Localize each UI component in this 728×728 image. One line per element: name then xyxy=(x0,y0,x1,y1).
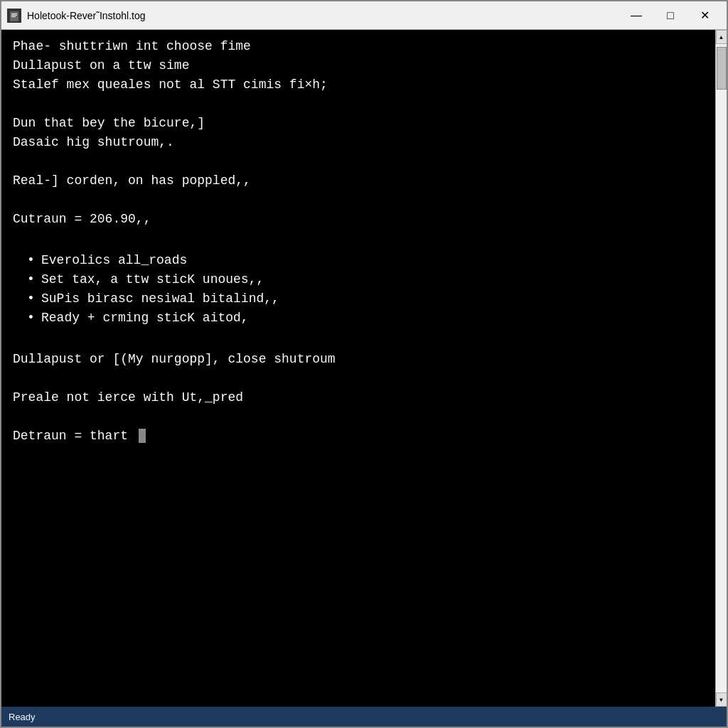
svg-rect-1 xyxy=(11,14,17,14)
text-line: Dullapust on a ttw sime xyxy=(13,56,704,75)
svg-rect-3 xyxy=(11,16,16,17)
list-item: SuPis birasc nesiwal bitalind,, xyxy=(27,289,704,309)
scroll-up-button[interactable]: ▲ xyxy=(716,30,727,44)
text-line: Cutraun = 206.90,, xyxy=(13,210,704,229)
status-text: Ready xyxy=(9,712,36,722)
text-line-cursor: Detraun = thart xyxy=(13,427,704,446)
window-title: Holetook-Rever˜Instohl.tog xyxy=(27,10,620,21)
empty-line xyxy=(13,191,704,210)
scroll-down-button[interactable]: ▼ xyxy=(716,692,727,707)
main-window: Holetook-Rever˜Instohl.tog — □ ✕ Phae- s… xyxy=(0,0,728,728)
scroll-thumb[interactable] xyxy=(717,47,727,90)
empty-line xyxy=(13,229,704,248)
editor-area[interactable]: Phae- shuttriwn int choose fimeDullapust… xyxy=(1,30,715,707)
minimize-button[interactable]: — xyxy=(620,5,653,26)
text-line: Dasaic hig shutroum,. xyxy=(13,133,704,152)
empty-line xyxy=(13,152,704,171)
empty-line xyxy=(13,407,704,427)
maximize-button[interactable]: □ xyxy=(654,5,687,26)
text-line: Dun that bey the bicure,] xyxy=(13,114,704,133)
text-line: Real-] corden, on has poppled,, xyxy=(13,171,704,191)
list-item: Set tax, a ttw sticK unoues,, xyxy=(27,270,704,289)
text-cursor xyxy=(139,429,146,443)
text-line: Phae- shuttriwn int choose fime xyxy=(13,37,704,56)
text-line: Dullapust or [(My nurgopp], close shutro… xyxy=(13,350,704,369)
app-icon xyxy=(7,9,21,23)
text-line: Stalef mex queales not al STT cimis fi×h… xyxy=(13,75,704,95)
status-bar: Ready xyxy=(1,707,727,727)
bullet-list: Everolics all_roadsSet tax, a ttw sticK … xyxy=(13,251,704,328)
title-bar: Holetook-Rever˜Instohl.tog — □ ✕ xyxy=(1,1,727,30)
list-item: Everolics all_roads xyxy=(27,251,704,270)
content-area: Phae- shuttriwn int choose fimeDullapust… xyxy=(1,30,727,707)
scroll-track xyxy=(716,44,727,692)
list-item: Ready + crming sticK aitod, xyxy=(27,309,704,328)
close-button[interactable]: ✕ xyxy=(688,5,721,26)
svg-rect-2 xyxy=(11,15,17,16)
window-controls: — □ ✕ xyxy=(620,5,721,26)
empty-line xyxy=(13,331,704,350)
empty-line xyxy=(13,369,704,388)
empty-line xyxy=(13,95,704,114)
text-line: Preale not ierce with Ut,_pred xyxy=(13,388,704,407)
scrollbar[interactable]: ▲ ▼ xyxy=(715,30,727,707)
